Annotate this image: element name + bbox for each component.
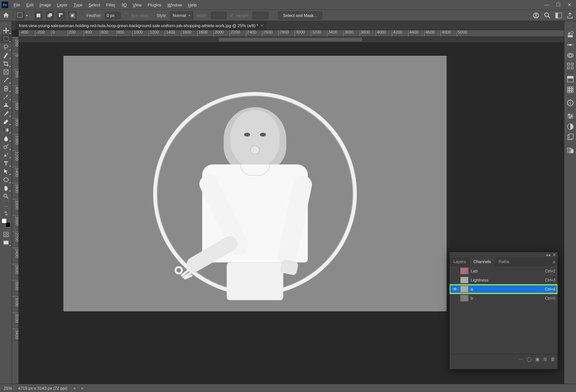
menu-plugins[interactable]: Plugins xyxy=(145,1,164,9)
crop-tool[interactable] xyxy=(1,60,11,68)
minimize-button[interactable]: — xyxy=(544,2,549,8)
pen-tool[interactable] xyxy=(1,151,11,159)
select-and-mask-button[interactable]: Select and Mask... xyxy=(278,11,322,20)
marquee-tool[interactable] xyxy=(1,35,11,43)
menu-layer[interactable]: Layer xyxy=(54,1,71,9)
home-button[interactable] xyxy=(2,12,10,19)
hand-tool[interactable] xyxy=(1,184,11,192)
dock-libraries-icon[interactable] xyxy=(566,133,574,141)
expand-tools[interactable]: » xyxy=(1,22,11,26)
svg-point-21 xyxy=(4,178,8,182)
delete-channel-icon[interactable]: 🗑 xyxy=(551,357,555,362)
menu-filter[interactable]: Filter xyxy=(103,1,118,9)
menu-3d[interactable]: 3D xyxy=(118,1,130,9)
channel-row-b[interactable]: bCtrl+5 xyxy=(450,294,558,303)
feather-input[interactable] xyxy=(105,12,121,19)
dock-gradients-icon[interactable] xyxy=(566,51,574,60)
channel-row-lightness[interactable]: LightnessCtrl+3 xyxy=(450,276,558,285)
maximize-button[interactable]: ☐ xyxy=(556,2,561,8)
history-brush-tool[interactable] xyxy=(1,109,11,118)
channel-thumbnail xyxy=(460,277,468,283)
dock-circle-half-icon[interactable] xyxy=(566,122,574,131)
channel-shortcut: Ctrl+5 xyxy=(545,296,555,300)
clone-stamp-tool[interactable] xyxy=(1,101,11,109)
zoom-level[interactable]: 25% xyxy=(4,386,12,390)
dodge-tool[interactable] xyxy=(1,142,11,151)
foreground-color[interactable] xyxy=(2,218,7,224)
menu-edit[interactable]: Edit xyxy=(23,1,37,9)
healing-brush-tool[interactable] xyxy=(1,84,11,93)
eyedropper-tool[interactable] xyxy=(1,76,11,84)
horizontal-scrollbar[interactable] xyxy=(19,37,576,42)
menu-file[interactable]: File xyxy=(11,1,23,9)
eraser-tool[interactable] xyxy=(1,118,11,126)
channel-row-a[interactable]: 👁aCtrl+4 xyxy=(450,285,558,294)
share-icon[interactable] xyxy=(566,12,574,19)
channel-visibility-icon[interactable]: 👁 xyxy=(452,286,458,292)
menu-view[interactable]: View xyxy=(130,1,145,9)
panel-menu-icon[interactable]: ≡ xyxy=(551,257,558,266)
add-selection-button[interactable] xyxy=(46,11,54,20)
channel-shortcut: Ctrl+3 xyxy=(545,278,555,282)
collapse-dock[interactable]: « xyxy=(566,23,574,28)
edit-toolbar[interactable]: ⋯ xyxy=(1,202,11,211)
document-info[interactable]: 4715 px x 3143 px (72 ppi) xyxy=(18,386,67,390)
channel-row-lab[interactable]: LabCtrl+2 xyxy=(450,266,558,276)
intersect-selection-button[interactable] xyxy=(68,11,77,20)
type-tool[interactable] xyxy=(1,159,11,167)
dock-properties-icon[interactable] xyxy=(566,75,574,83)
ruler-vertical[interactable]: -200020040060080010001200140016001800200… xyxy=(12,37,19,384)
status-arrow-right[interactable]: ▸ xyxy=(81,386,84,390)
menu-help[interactable]: Help xyxy=(185,1,200,9)
screen-mode[interactable] xyxy=(1,239,11,247)
workspace-switcher[interactable] xyxy=(555,12,562,19)
document-tab[interactable]: front-view-young-saleswoman-holding-red-… xyxy=(16,21,266,30)
panel-close-icon[interactable]: ✕ xyxy=(553,253,556,257)
save-selection-icon[interactable]: ▣ xyxy=(535,357,539,362)
zoom-tool[interactable] xyxy=(1,192,11,201)
search-icon[interactable] xyxy=(544,12,551,19)
status-arrow-left[interactable]: ◂ xyxy=(73,386,75,390)
new-channel-icon[interactable]: ⊞ xyxy=(543,357,547,362)
dock-layers-icon[interactable] xyxy=(566,146,574,155)
dock-color-icon[interactable] xyxy=(566,30,574,38)
style-select[interactable]: Normal xyxy=(170,11,193,20)
quick-selection-tool[interactable] xyxy=(1,51,11,60)
tool-preset-picker[interactable] xyxy=(16,11,25,20)
gradient-tool[interactable] xyxy=(1,126,11,134)
close-button[interactable]: ✕ xyxy=(567,2,571,8)
menu-type[interactable]: Type xyxy=(71,1,86,9)
path-selection-tool[interactable] xyxy=(1,167,11,176)
dock-swatches-icon[interactable] xyxy=(566,41,574,49)
dock-patterns-icon[interactable] xyxy=(566,62,574,70)
dock-sliders-icon[interactable] xyxy=(566,112,574,120)
tab-layers[interactable]: Layers xyxy=(450,257,470,266)
move-tool[interactable] xyxy=(1,26,11,35)
load-as-selection-icon[interactable]: ◯ xyxy=(527,357,531,362)
blur-tool[interactable] xyxy=(1,134,11,142)
menu-image[interactable]: Image xyxy=(37,1,54,9)
dock-info-icon[interactable] xyxy=(566,99,574,107)
channel-name: Lab xyxy=(471,269,543,273)
tab-channels[interactable]: Channels xyxy=(470,257,495,266)
color-swatches[interactable] xyxy=(2,218,11,227)
panel-collapse-icon[interactable]: ◂◂ xyxy=(546,253,550,257)
brush-tool[interactable] xyxy=(1,93,11,101)
lasso-tool[interactable] xyxy=(1,43,11,51)
feather-label: Feather: xyxy=(86,13,102,18)
svg-rect-47 xyxy=(569,91,571,92)
tab-paths[interactable]: Paths xyxy=(495,257,513,266)
svg-rect-31 xyxy=(571,44,574,46)
ruler-horizontal[interactable]: -400-20002004006008001000120014001600180… xyxy=(19,30,576,37)
swap-colors-icon[interactable] xyxy=(1,211,11,216)
dock-adjustments-icon[interactable] xyxy=(566,86,574,94)
shape-tool[interactable] xyxy=(1,176,11,184)
subtract-selection-button[interactable] xyxy=(57,11,65,20)
cloud-docs-icon[interactable] xyxy=(532,12,540,19)
menu-window[interactable]: Window xyxy=(164,1,185,9)
menu-select[interactable]: Select xyxy=(86,1,103,9)
document-tab-close[interactable]: × xyxy=(261,23,264,28)
new-selection-button[interactable] xyxy=(34,11,43,20)
frame-tool[interactable] xyxy=(1,68,11,76)
quick-mask-mode[interactable] xyxy=(1,230,11,239)
